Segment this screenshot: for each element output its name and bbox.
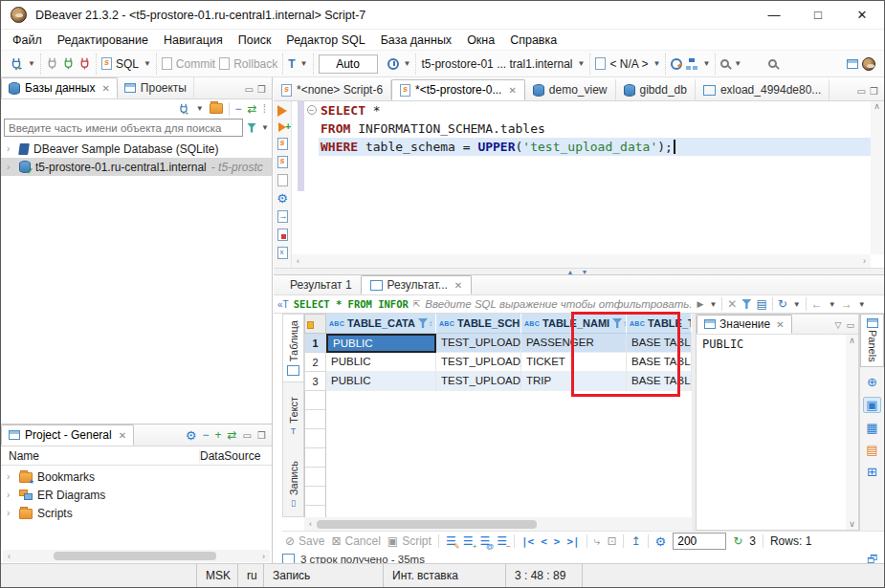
presentation-tab-record[interactable]: Запись ▯ — [283, 450, 303, 518]
tab-script-7-active[interactable]: *<t5-prostore-0... ✕ — [391, 79, 525, 100]
execute-new-tab-icon[interactable] — [278, 122, 286, 132]
edit-mode-indicator[interactable]: Запись — [264, 564, 384, 587]
value-minimize-icon[interactable]: ▭ — [846, 320, 854, 330]
fetch-page-icon[interactable]: ⤷ — [594, 534, 601, 548]
add-row-icon[interactable]: ☰+ — [463, 534, 474, 548]
close-button[interactable]: ✕ — [840, 1, 884, 30]
expander-icon[interactable]: › — [7, 143, 14, 154]
scroll-up-icon[interactable]: ∧ — [846, 336, 858, 345]
tab-projects[interactable]: Проекты — [118, 77, 194, 98]
sql-code[interactable]: SELECT * FROM INFORMATION_SCHEMA.tables … — [319, 101, 871, 156]
row-number-3[interactable]: 3 — [304, 372, 326, 391]
project-minimize-icon[interactable]: ▭ — [243, 430, 252, 441]
table-row[interactable]: PUBLIC TEST_UPLOAD_DAT PASSENGER BASE TA… — [326, 334, 692, 353]
panel-new-connection-icon[interactable]: + — [178, 103, 189, 115]
editor-settings-icon[interactable]: ⚙ — [277, 192, 288, 205]
sql-editor-button[interactable]: SQL — [116, 57, 139, 71]
grid-view-icon[interactable]: ▦ — [866, 421, 877, 435]
tab-gibdd-db[interactable]: gibdd_db — [616, 79, 696, 100]
value-vscrollbar[interactable]: ∧ ∨ — [846, 335, 858, 530]
expander-icon[interactable]: › — [7, 508, 14, 518]
column-header-table-type[interactable]: ABC TABLE_TYI — [627, 314, 692, 334]
maximize-button[interactable]: □ — [796, 1, 840, 30]
nav-back-icon[interactable]: ← — [811, 297, 823, 311]
tab-project-close-icon[interactable]: ✕ — [119, 430, 126, 441]
refresh-result-icon[interactable]: ↻ — [778, 297, 787, 311]
transaction-mode-icon[interactable]: T — [288, 57, 295, 71]
column-name[interactable]: Name — [1, 449, 200, 463]
script-button[interactable]: ▣ Script — [387, 534, 431, 548]
minimize-button[interactable]: — — [752, 1, 796, 30]
row-number-2[interactable]: 2 — [304, 353, 326, 372]
project-collapse-icon[interactable]: − — [202, 428, 209, 442]
cell[interactable]: BASE TABLE — [627, 334, 692, 353]
language-indicator[interactable]: ru — [238, 564, 264, 587]
sql-editor-dropdown-icon[interactable]: ▼ — [144, 59, 151, 68]
tree-item-scripts[interactable]: › Scripts — [1, 504, 272, 522]
new-connection-icon[interactable]: + — [10, 57, 23, 71]
nav-back-dropdown-icon[interactable]: ▼ — [829, 300, 836, 309]
cancel-button[interactable]: ⊠ Cancel — [331, 534, 380, 548]
editor-hscrollbar[interactable]: ‹ › — [292, 254, 871, 268]
connection-selector[interactable]: t5-prostore-01 ... tral1.internal — [421, 57, 572, 71]
editor-maximize-icon[interactable]: ❒ — [870, 86, 878, 97]
project-settings-icon[interactable]: ⚙ — [186, 429, 197, 442]
sql-editor-icon[interactable] — [101, 57, 112, 70]
column-sort-icon[interactable]: ↕ — [429, 319, 432, 328]
tab-value-close-icon[interactable]: ✕ — [776, 319, 784, 330]
value-menu-icon[interactable]: ▽ — [835, 320, 842, 330]
value-view-icon[interactable]: ▣ — [863, 397, 880, 413]
disconnect-icon[interactable] — [78, 57, 91, 70]
transaction-log-dropdown-icon[interactable]: ▼ — [404, 59, 411, 68]
fetch-size-input[interactable] — [673, 533, 726, 550]
reconnect-icon[interactable] — [62, 57, 75, 70]
network-profile-icon[interactable] — [686, 58, 697, 70]
scroll-down-icon[interactable]: ∨ — [846, 519, 858, 529]
grid-corner-cell[interactable] — [304, 314, 326, 334]
fetch-all-icon[interactable]: ⊡ — [607, 534, 616, 548]
save-button[interactable]: ⊘ Save — [285, 534, 324, 548]
object-search-input[interactable] — [4, 119, 243, 137]
view-menu-icon[interactable]: ⁞ — [263, 102, 266, 116]
scroll-left-icon[interactable]: ‹ — [3, 552, 15, 561]
menu-window[interactable]: Окна — [459, 30, 502, 51]
execute-script-icon[interactable] — [277, 138, 288, 150]
script-log-icon[interactable] — [277, 229, 288, 241]
aggregate-panel-icon[interactable]: ⊞ — [867, 465, 877, 479]
tab-databases[interactable]: Базы данных ✕ — [1, 77, 118, 98]
menu-search[interactable]: Поиск — [231, 30, 279, 51]
show-variables-icon[interactable] — [277, 247, 288, 259]
save-filter-icon[interactable]: ▤ — [756, 297, 766, 311]
project-link-icon[interactable]: ⇄ — [228, 428, 237, 442]
cell[interactable]: TRIP — [521, 372, 627, 391]
tab-result-2-active[interactable]: Результат... ✕ — [361, 275, 473, 294]
tab-script-6[interactable]: *<none> Script-6 — [274, 79, 391, 100]
filter-apply-icon[interactable]: ▶ — [697, 299, 703, 309]
scroll-left-icon[interactable]: ‹ — [304, 519, 317, 529]
row-number-1[interactable]: 1 — [304, 334, 326, 353]
sql-editor[interactable]: ⚙ − SELECT * FROM INFORMATION_SCHEMA.tab… — [274, 101, 884, 268]
column-filter-icon[interactable] — [612, 318, 622, 328]
cell[interactable]: PUBLIC — [326, 372, 436, 391]
filter-dropdown-icon[interactable]: ▼ — [261, 123, 269, 132]
column-datasource[interactable]: DataSource — [200, 449, 260, 463]
tab-close-icon[interactable]: ✕ — [508, 85, 516, 96]
tab-project-general[interactable]: Project - General ✕ — [1, 425, 134, 446]
last-row-icon[interactable]: >| — [566, 535, 579, 548]
cell-focused[interactable]: PUBLIC — [326, 334, 436, 353]
table-row[interactable]: PUBLIC TEST_UPLOAD_DAT TICKET BASE TABLE — [326, 353, 692, 372]
menu-database[interactable]: База данных — [373, 30, 459, 51]
scroll-right-icon[interactable]: › — [257, 552, 270, 561]
tab-value[interactable]: Значение ✕ — [697, 315, 792, 334]
scroll-up-icon[interactable]: ∧ — [871, 101, 883, 111]
grid-settings-icon[interactable]: ⚙ — [655, 535, 667, 548]
perspective-icon[interactable] — [847, 59, 858, 69]
tree-item-er-diagrams[interactable]: › ER Diagrams — [1, 486, 272, 504]
filter-history-dropdown-icon[interactable]: ▼ — [709, 300, 717, 309]
explain-plan-icon[interactable] — [277, 174, 288, 186]
cell[interactable]: TEST_UPLOAD_DAT — [436, 372, 521, 391]
project-hscrollbar[interactable]: ‹ › — [3, 550, 270, 562]
menu-sql-editor[interactable]: Редактор SQL — [278, 30, 372, 51]
delete-row-icon[interactable]: ☰− — [497, 534, 507, 548]
grid-hscrollbar[interactable]: ‹ — [304, 517, 692, 531]
